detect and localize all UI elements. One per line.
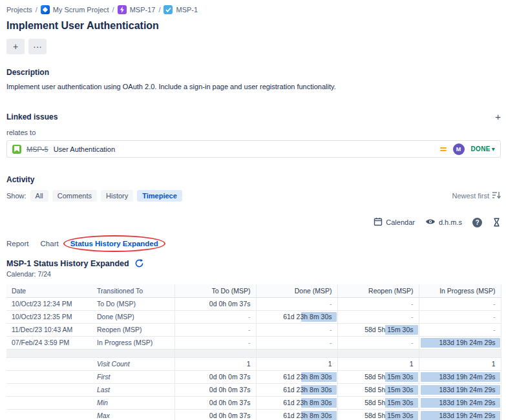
story-icon [12,145,21,154]
table-row: 11/Dec/23 10:43 AMReopen (MSP)--58d 5h 1… [6,323,501,336]
date-cell: 07/Feb/24 3:59 PM [6,336,92,349]
duration-cell: 61d 23h 8m 30s [256,310,337,323]
duration-cell: 183d 19h 24m 29s [419,336,501,349]
breadcrumb-parent-issue[interactable]: MSP-17 [130,6,156,14]
link-relation-label: relates to [6,129,501,136]
title-actions: + ··· [6,39,501,54]
show-label: Show: [6,192,26,200]
separator-cell [6,349,92,357]
linked-issue-key[interactable]: MSP-5 [26,145,48,153]
duration-cell: - [337,310,419,323]
column-header: Date [6,284,92,297]
tab-report[interactable]: Report [6,240,29,247]
duration-cell: 61d 23h 8m 30s [256,396,337,409]
linked-issue-row[interactable]: MSP-5 User Authentication M DONE ▾ [6,140,501,158]
date-cell: 10/Oct/23 12:35 PM [6,310,92,323]
breadcrumb-project[interactable]: My Scrum Project [53,6,109,14]
date-cell [6,370,92,383]
summary-row: Visit Count1111 [6,357,501,370]
duration-cell: 0d 0h 0m 37s [174,297,256,310]
date-cell: 11/Dec/23 10:43 AM [6,323,92,336]
breadcrumb-separator: / [112,6,114,14]
summary-label-cell: Max [92,409,174,420]
duration-cell: 0d 0h 0m 37s [174,409,256,420]
add-linked-issue-icon[interactable]: + [495,112,501,121]
duration-cell: 183d 19h 24m 29s [419,396,501,409]
summary-row: First0d 0h 0m 37s61d 23h 8m 30s58d 5h 15… [6,370,501,383]
duration-cell: - [174,310,256,323]
linked-issue-summary[interactable]: User Authentication [54,145,115,153]
status-history-table: DateTransitioned ToTo Do (MSP)Done (MSP)… [6,284,501,420]
summary-row: Max0d 0h 0m 37s61d 23h 8m 30s58d 5h 15m … [6,409,501,420]
column-header: In Progress (MSP) [419,284,501,297]
help-icon[interactable]: ? [472,218,482,227]
sort-order-control[interactable]: Newest first [452,191,501,200]
filter-timepiece[interactable]: Timepiece [137,190,182,202]
report-heading-row: MSP-1 Status History Expanded [6,258,501,268]
refresh-icon[interactable] [134,258,144,268]
description-body[interactable]: Implement user authentication using OAut… [6,83,501,90]
separator-row [6,349,501,357]
breadcrumb-projects[interactable]: Projects [6,6,32,14]
page-title: Implement User Authentication [6,20,501,32]
column-header: Transitioned To [92,284,174,297]
epic-icon [118,5,127,14]
activity-filter-bar: Show: All Comments History Timepiece New… [6,190,501,202]
transition-cell: Reopen (MSP) [92,323,174,336]
duration-format-label: d.h.m.s [439,218,462,226]
separator-cell [337,349,419,357]
breadcrumb-separator: / [36,6,37,14]
linked-issues-header: Linked issues + [6,112,501,121]
calendar-icon [374,217,383,227]
status-table-body: 10/Oct/23 12:34 PMTo Do (MSP)0d 0h 0m 37… [6,297,501,420]
duration-cell: - [337,336,419,349]
activity-heading: Activity [6,175,501,184]
duration-cell: 183d 19h 24m 29s [419,383,501,396]
filter-history[interactable]: History [101,190,133,202]
breadcrumb-current-issue[interactable]: MSP-1 [176,6,198,14]
summary-row: Min0d 0h 0m 37s61d 23h 8m 30s58d 5h 15m … [6,396,501,409]
add-button[interactable]: + [6,39,25,54]
duration-cell: 0d 0h 0m 37s [174,383,256,396]
duration-cell: - [256,297,337,310]
filter-all[interactable]: All [30,190,48,202]
separator-cell [174,349,256,357]
status-dropdown[interactable]: DONE ▾ [471,145,495,152]
duration-cell: - [419,297,501,310]
report-heading: MSP-1 Status History Expanded [6,259,129,268]
calendar-label: Calendar [386,218,415,226]
duration-cell: 58d 5h 15m 30s [337,383,419,396]
eye-icon [425,218,436,227]
tab-status-history-expanded[interactable]: Status History Expanded [70,240,158,247]
duration-cell: 1 [419,357,501,370]
transition-cell: To Do (MSP) [92,297,174,310]
summary-label-cell: Min [92,396,174,409]
description-heading: Description [6,68,501,77]
duration-cell: 183d 19h 24m 29s [419,370,501,383]
calendar-toggle[interactable]: Calendar [374,217,415,227]
more-actions-button[interactable]: ··· [28,39,47,54]
date-cell: 10/Oct/23 12:34 PM [6,297,92,310]
summary-label-cell: Visit Count [92,357,174,370]
assignee-avatar[interactable]: M [453,143,465,155]
breadcrumb-separator: / [158,6,160,14]
issue-page: Projects / My Scrum Project / MSP-17 / M… [0,0,506,420]
table-row: 10/Oct/23 12:35 PMDone (MSP)-61d 23h 8m … [6,310,501,323]
separator-cell [92,349,174,357]
transition-cell: In Progress (MSP) [92,336,174,349]
duration-cell: 58d 5h 15m 30s [337,409,419,420]
duration-format-toggle[interactable]: d.h.m.s [425,218,462,227]
tab-chart[interactable]: Chart [41,240,59,247]
duration-cell: 61d 23h 8m 30s [256,409,337,420]
task-icon [163,5,173,14]
duration-cell: 1 [337,357,419,370]
summary-label-cell: First [92,370,174,383]
filter-comments[interactable]: Comments [52,190,97,202]
duration-cell: - [174,323,256,336]
date-cell [6,383,92,396]
duration-cell: 58d 5h 15m 30s [337,370,419,383]
column-header: Done (MSP) [256,284,337,297]
calendar-note: Calendar: 7/24 [6,270,501,278]
hourglass-icon[interactable] [492,218,501,227]
tab-status-history-expanded-label: Status History Expanded [70,240,158,247]
